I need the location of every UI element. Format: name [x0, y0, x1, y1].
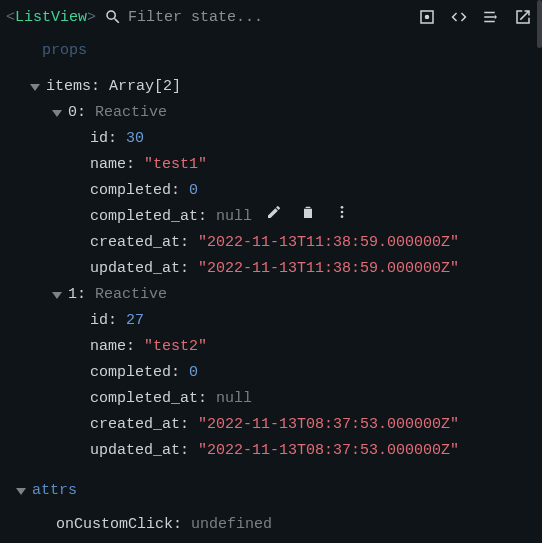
edit-icon[interactable] — [266, 204, 282, 230]
state-tree: props items: Array[2] 0: Reactive id: 30… — [0, 34, 542, 543]
items-row[interactable]: items: Array[2] — [0, 74, 542, 100]
angle-right: > — [87, 9, 96, 26]
prop-row[interactable]: completed: 0 — [0, 360, 542, 386]
prop-row[interactable]: updated_at: "2022-11-13T11:38:59.000000Z… — [0, 256, 542, 282]
prop-row[interactable]: completed_at: null — [0, 386, 542, 412]
items-type: Array[2] — [109, 74, 181, 100]
prop-row[interactable]: completed: 0 — [0, 178, 542, 204]
value-str: "test2" — [144, 334, 207, 360]
inspect-dom-icon[interactable] — [482, 8, 500, 26]
prop-row[interactable]: id: 27 — [0, 308, 542, 334]
section-props-faded[interactable]: props — [0, 38, 542, 64]
svg-point-2 — [341, 211, 344, 214]
value-null: null — [216, 204, 252, 230]
devtools-toolbar: <ListView> — [0, 0, 542, 34]
scroll-to-component-icon[interactable] — [418, 8, 436, 26]
search-icon — [104, 8, 122, 26]
value-str: "2022-11-13T11:38:59.000000Z" — [198, 256, 459, 282]
value-str: "2022-11-13T11:38:59.000000Z" — [198, 230, 459, 256]
value-undefined: undefined — [191, 512, 272, 538]
prop-row-hover[interactable]: completed_at: null — [0, 204, 542, 230]
value-function-args: ($event) — [254, 538, 335, 543]
toolbar-actions — [418, 8, 536, 26]
show-render-code-icon[interactable] — [450, 8, 468, 26]
chevron-down-icon[interactable] — [30, 84, 40, 91]
filter-input[interactable] — [128, 9, 410, 26]
value-str: "2022-11-13T08:37:53.000000Z" — [198, 412, 459, 438]
prop-row[interactable]: onReloadlist: function ($event) — [0, 538, 542, 543]
attrs-row[interactable]: attrs — [0, 478, 542, 504]
delete-icon[interactable] — [300, 204, 316, 230]
chevron-down-icon[interactable] — [52, 110, 62, 117]
angle-left: < — [6, 9, 15, 26]
component-tag: <ListView> — [6, 9, 96, 26]
item-type: Reactive — [95, 282, 167, 308]
item-1-row[interactable]: 1: Reactive — [0, 282, 542, 308]
open-in-editor-icon[interactable] — [514, 8, 532, 26]
key-items: items — [46, 74, 91, 100]
value-null: null — [216, 386, 252, 412]
prop-row[interactable]: created_at: "2022-11-13T11:38:59.000000Z… — [0, 230, 542, 256]
svg-point-0 — [425, 15, 430, 20]
value-str: "2022-11-13T08:37:53.000000Z" — [198, 438, 459, 464]
key-index: 1 — [68, 282, 77, 308]
chevron-down-icon[interactable] — [52, 292, 62, 299]
item-type: Reactive — [95, 100, 167, 126]
more-icon[interactable] — [334, 204, 350, 230]
key-index: 0 — [68, 100, 77, 126]
value-num: 0 — [189, 178, 198, 204]
chevron-down-icon[interactable] — [16, 488, 26, 495]
state-filter[interactable] — [104, 8, 410, 26]
value-num: 27 — [126, 308, 144, 334]
prop-row[interactable]: onCustomClick: undefined — [0, 512, 542, 538]
item-0-row[interactable]: 0: Reactive — [0, 100, 542, 126]
prop-row[interactable]: name: "test2" — [0, 334, 542, 360]
value-num: 30 — [126, 126, 144, 152]
prop-row[interactable]: name: "test1" — [0, 152, 542, 178]
prop-row[interactable]: updated_at: "2022-11-13T08:37:53.000000Z… — [0, 438, 542, 464]
value-num: 0 — [189, 360, 198, 386]
section-attrs: attrs — [32, 478, 77, 504]
row-actions — [266, 204, 350, 230]
prop-row[interactable]: id: 30 — [0, 126, 542, 152]
prop-row[interactable]: created_at: "2022-11-13T08:37:53.000000Z… — [0, 412, 542, 438]
value-str: "test1" — [144, 152, 207, 178]
value-function: function — [182, 538, 254, 543]
svg-point-3 — [341, 215, 344, 218]
svg-point-1 — [341, 206, 344, 209]
component-name: ListView — [15, 9, 87, 26]
